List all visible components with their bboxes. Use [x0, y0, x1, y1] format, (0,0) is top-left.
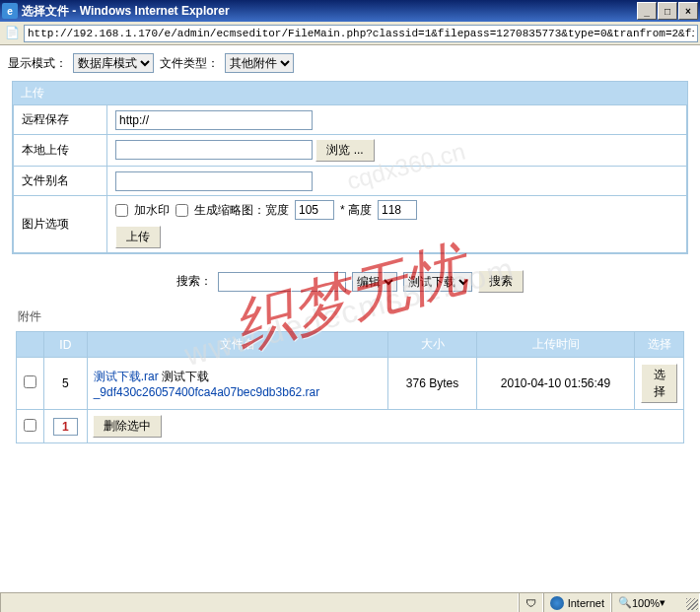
height-label: * 高度: [340, 202, 372, 219]
row-size: 376 Bytes: [388, 358, 477, 410]
status-security: 🛡: [519, 593, 543, 612]
file-alias-input[interactable]: [115, 171, 313, 191]
status-zone: Internet: [543, 593, 611, 612]
upload-panel: 上传 远程保存 本地上传 浏览 ... 文件别名 图片选项: [12, 81, 688, 254]
pager-row: 1 删除选中: [17, 410, 684, 443]
local-upload-label: 本地上传: [14, 135, 107, 167]
page-number[interactable]: 1: [53, 418, 78, 436]
local-upload-input[interactable]: [115, 140, 313, 160]
search-category-select[interactable]: 测试下载: [403, 272, 472, 292]
watermark-checkbox[interactable]: [115, 204, 128, 217]
upload-button[interactable]: 上传: [115, 226, 161, 248]
search-field-select[interactable]: 编辑: [352, 272, 397, 292]
address-bar: 📄: [0, 22, 700, 45]
remote-save-input[interactable]: [115, 110, 313, 130]
watermark-label: 加水印: [134, 202, 170, 219]
upload-form: 远程保存 本地上传 浏览 ... 文件别名 图片选项 加水印: [13, 104, 687, 253]
row-checkbox[interactable]: [24, 375, 36, 388]
remote-save-label: 远程保存: [14, 105, 107, 135]
attachments-table: ID 文件名 大小 上传时间 选择 5 测试下载.rar 测试下载 _9df43…: [16, 331, 684, 443]
col-size: 大小: [388, 332, 477, 358]
minimize-button[interactable]: _: [637, 2, 657, 20]
attachments-title: 附件: [8, 303, 692, 331]
status-bar: 🛡 Internet 🔍 100% ▾: [0, 592, 700, 612]
thumb-height-input[interactable]: [378, 200, 417, 220]
browse-button[interactable]: 浏览 ...: [315, 139, 374, 162]
col-select: 选择: [635, 332, 684, 358]
display-mode-select[interactable]: 数据库模式: [73, 53, 154, 73]
globe-icon: [550, 596, 564, 610]
file-desc: 测试下载: [162, 370, 209, 383]
maximize-button[interactable]: □: [658, 2, 677, 20]
page-icon: 📄: [5, 26, 21, 41]
resize-grip[interactable]: [686, 598, 698, 610]
thumbnail-checkbox[interactable]: [175, 204, 188, 217]
ie-icon: e: [2, 3, 18, 19]
file-type-label: 文件类型：: [160, 55, 219, 72]
search-input[interactable]: [218, 272, 346, 292]
search-row: 搜索： 编辑 测试下载 搜索: [8, 260, 692, 303]
image-option-label: 图片选项: [14, 196, 107, 253]
table-row: 5 测试下载.rar 测试下载 _9df430c26057400fca4a07b…: [17, 358, 684, 410]
select-all-checkbox[interactable]: [24, 419, 36, 432]
thumbnail-label: 生成缩略图：宽度: [194, 202, 289, 219]
col-name: 文件名: [87, 332, 387, 358]
window-titlebar: e 选择文件 - Windows Internet Explorer _ □ ×: [0, 0, 700, 22]
upload-panel-header: 上传: [13, 82, 687, 104]
page-content: 显示模式： 数据库模式 文件类型： 其他附件 上传 远程保存 本地上传 浏览 .…: [0, 45, 700, 592]
row-select-button[interactable]: 选择: [641, 364, 677, 403]
file-link-1[interactable]: 测试下载.rar: [94, 370, 159, 383]
window-title: 选择文件 - Windows Internet Explorer: [22, 3, 636, 20]
window-controls: _ □ ×: [636, 2, 698, 20]
filter-row: 显示模式： 数据库模式 文件类型： 其他附件: [8, 53, 692, 73]
close-button[interactable]: ×: [678, 2, 698, 20]
url-input[interactable]: [24, 25, 698, 42]
search-label: 搜索：: [176, 273, 212, 290]
search-button[interactable]: 搜索: [478, 270, 524, 293]
display-mode-label: 显示模式：: [8, 55, 67, 72]
file-link-2[interactable]: _9df430c26057400fca4a07bec9db3b62.rar: [94, 385, 320, 399]
delete-selected-button[interactable]: 删除选中: [93, 415, 162, 438]
row-id: 5: [44, 358, 88, 410]
row-time: 2010-04-10 01:56:49: [477, 358, 635, 410]
col-time: 上传时间: [477, 332, 635, 358]
file-type-select[interactable]: 其他附件: [225, 53, 294, 73]
thumb-width-input[interactable]: [295, 200, 334, 220]
col-id: ID: [44, 332, 88, 358]
status-left: [0, 593, 519, 612]
file-alias-label: 文件别名: [14, 167, 107, 196]
